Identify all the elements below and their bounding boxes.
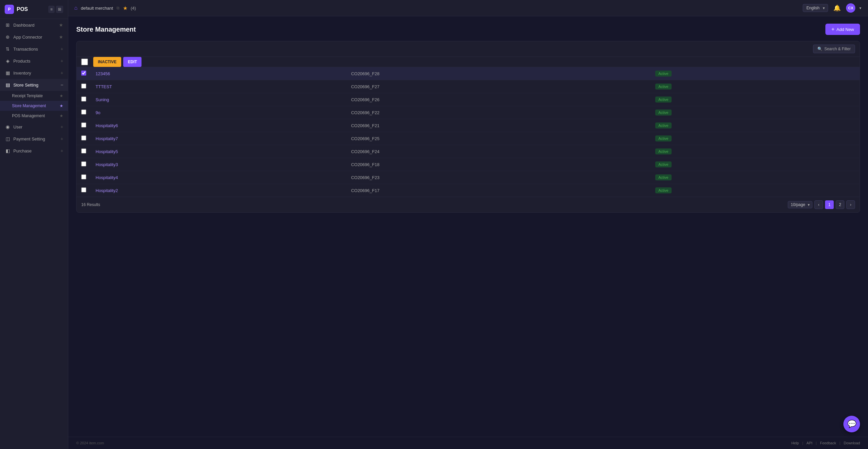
row-name-4[interactable]: Hospitality6 (91, 119, 346, 132)
chat-fab-button[interactable]: 💬 (843, 416, 860, 432)
footer-link-help[interactable]: Help (792, 441, 799, 445)
sidebar-item-store-setting[interactable]: ▤ Store Setting − (0, 79, 68, 91)
user-avatar[interactable]: CX (846, 3, 855, 13)
next-page-button[interactable]: › (846, 200, 855, 209)
receipt-template-star-icon[interactable]: ★ (60, 94, 63, 98)
row-checkbox-8[interactable] (81, 174, 86, 180)
pos-management-label: POS Management (12, 114, 45, 118)
payment-setting-add-icon[interactable]: + (61, 136, 63, 141)
sidebar-item-app-connector[interactable]: ⊛ App Connector ★ (0, 31, 68, 43)
merchant-name: default merchant (81, 6, 113, 11)
dashboard-add-icon[interactable]: ★ (59, 22, 63, 28)
purchase-add-icon[interactable]: + (61, 148, 63, 154)
row-checkbox-5[interactable] (81, 135, 86, 140)
sidebar-view-toggle: ≡ ⊞ (48, 6, 63, 13)
list-view-btn[interactable]: ≡ (48, 6, 55, 13)
row-checkbox-cell (76, 67, 91, 80)
sidebar-item-dashboard[interactable]: ⊞ Dashboard ★ (0, 19, 68, 31)
grid-view-btn[interactable]: ⊞ (56, 6, 63, 13)
avatar-dropdown-arrow-icon[interactable]: ▼ (859, 6, 862, 10)
sidebar-item-inventory[interactable]: ▦ Inventory + (0, 67, 68, 79)
page-2-button[interactable]: 2 (836, 200, 844, 209)
sidebar-item-purchase[interactable]: ◧ Purchase + (0, 145, 68, 157)
filter-tab-edit[interactable]: EDIT (123, 57, 142, 67)
products-icon: ◈ (5, 58, 11, 64)
select-all-checkbox[interactable] (81, 59, 88, 65)
pagination-area: 16 Results 10/page 20/page 50/page ▼ ‹ 1… (76, 197, 860, 212)
sidebar-item-transactions[interactable]: ⇅ Transactions + (0, 43, 68, 55)
footer: © 2024 item.com Help | API | Feedback | … (68, 437, 868, 449)
row-status-cell-3: Active (651, 106, 860, 119)
row-name-0[interactable]: 123456 (91, 67, 346, 80)
row-checkbox-3[interactable] (81, 109, 86, 115)
row-checkbox-9[interactable] (81, 187, 86, 192)
row-checkbox-0[interactable] (81, 70, 86, 75)
bookmark-star-icon[interactable]: ★ (123, 5, 127, 11)
row-status-cell-9: Active (651, 184, 860, 197)
home-icon[interactable]: ⌂ (74, 5, 78, 11)
user-add-icon[interactable]: + (61, 124, 63, 129)
table-row: Hospitality6 CO20696_F21 Active (76, 119, 860, 132)
row-name-5[interactable]: Hospitality7 (91, 132, 346, 145)
row-name-8[interactable]: Hospitality4 (91, 171, 346, 184)
footer-link-download[interactable]: Download (844, 441, 860, 445)
search-filter-label: Search & Filter (825, 46, 851, 51)
row-name-3[interactable]: 9o (91, 106, 346, 119)
notifications-button[interactable]: 🔔 (831, 4, 843, 12)
sidebar-item-products[interactable]: ◈ Products + (0, 55, 68, 67)
row-checkbox-cell (76, 106, 91, 119)
row-name-2[interactable]: Suning (91, 93, 346, 106)
row-checkbox-7[interactable] (81, 161, 86, 166)
row-code-4: CO20696_F21 (346, 119, 650, 132)
store-setting-collapse-icon: − (61, 82, 63, 88)
inventory-add-icon[interactable]: + (61, 70, 63, 75)
language-selector[interactable]: English (803, 4, 828, 12)
store-management-star-icon[interactable]: ★ (60, 103, 63, 108)
table-row: 9o CO20696_F22 Active (76, 106, 860, 119)
row-checkbox-2[interactable] (81, 97, 86, 101)
page-content: Store Management + Add New 🔍 Search & Fi… (68, 16, 868, 437)
footer-link-api[interactable]: API (806, 441, 812, 445)
sidebar-subitem-pos-management[interactable]: POS Management ★ (0, 111, 68, 121)
row-checkbox-6[interactable] (81, 149, 86, 154)
sidebar-item-user[interactable]: ◉ User + (0, 121, 68, 133)
row-name-1[interactable]: TTTEST (91, 80, 346, 93)
sidebar-item-label: User (13, 125, 58, 129)
row-name-6[interactable]: Hospitality5 (91, 145, 346, 158)
filter-tabs-row: INACTIVE EDIT (76, 57, 860, 67)
app-connector-star-icon[interactable]: ★ (59, 34, 63, 40)
main-content: ⌂ default merchant ⧉ ★ (4) English ▼ 🔔 C… (68, 0, 868, 449)
per-page-select[interactable]: 10/page 20/page 50/page (788, 201, 812, 209)
table-toolbar: 🔍 Search & Filter (76, 41, 860, 57)
row-name-7[interactable]: Hospitality3 (91, 158, 346, 171)
filter-tab-inactive[interactable]: INACTIVE (93, 57, 121, 67)
transactions-add-icon[interactable]: + (61, 46, 63, 52)
sidebar-subitem-receipt-template[interactable]: Receipt Template ★ (0, 91, 68, 101)
prev-page-button[interactable]: ‹ (814, 200, 823, 209)
products-add-icon[interactable]: + (61, 58, 63, 64)
sidebar-item-label: Inventory (13, 70, 58, 75)
pagination-controls: 10/page 20/page 50/page ▼ ‹ 1 2 › (788, 200, 855, 209)
dashboard-icon: ⊞ (5, 22, 11, 28)
row-name-9[interactable]: Hospitality2 (91, 184, 346, 197)
status-badge-3: Active (655, 109, 672, 116)
row-code-1: CO20696_F27 (346, 80, 650, 93)
pos-management-star-icon[interactable]: ★ (60, 114, 63, 118)
external-link-icon[interactable]: ⧉ (117, 6, 120, 10)
sidebar-subitem-store-management[interactable]: Store Management ★ (0, 101, 68, 111)
page-1-button[interactable]: 1 (825, 200, 834, 209)
table-row: 123456 CO20696_F28 Active (76, 67, 860, 80)
logo-text: POS (17, 6, 28, 12)
sidebar-item-payment-setting[interactable]: ◫ Payment Setting + (0, 133, 68, 145)
per-page-wrapper: 10/page 20/page 50/page ▼ (788, 201, 812, 209)
logo-icon: P (5, 5, 14, 14)
row-code-6: CO20696_F24 (346, 145, 650, 158)
table-row: Suning CO20696_F26 Active (76, 93, 860, 106)
row-checkbox-cell (76, 119, 91, 132)
bookmark-count: (4) (131, 6, 136, 11)
add-new-button[interactable]: + Add New (826, 24, 860, 35)
row-checkbox-4[interactable] (81, 123, 86, 127)
row-checkbox-1[interactable] (81, 84, 86, 89)
footer-link-feedback[interactable]: Feedback (820, 441, 836, 445)
search-filter-button[interactable]: 🔍 Search & Filter (813, 44, 855, 53)
